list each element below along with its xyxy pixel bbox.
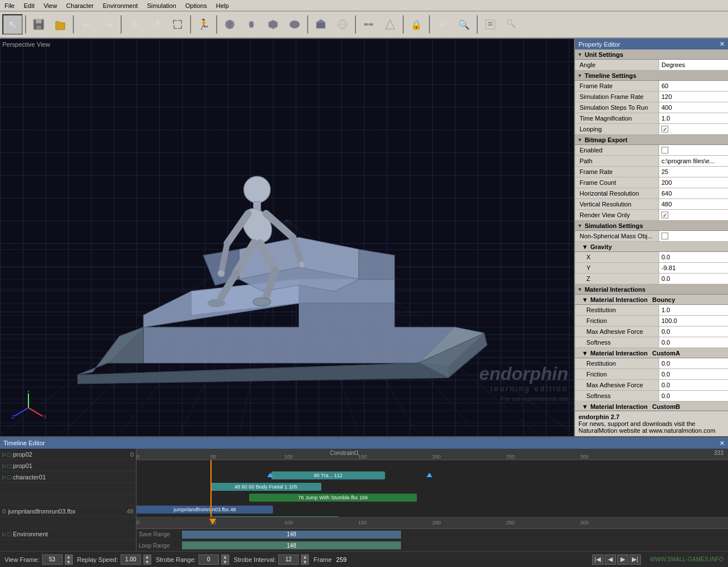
render-view-value[interactable]	[659, 210, 728, 220]
tool-convex[interactable]	[284, 14, 305, 35]
bitmap-path-value[interactable]: c:\program files\e...	[659, 156, 728, 166]
time-mag-value[interactable]: 1.0	[659, 113, 728, 123]
tool-char[interactable]: 🏃	[193, 14, 214, 35]
bitmap-enabled-value[interactable]	[659, 145, 728, 155]
tool-joint2[interactable]	[380, 14, 400, 35]
strobe-interval-spin[interactable]: ▲▼	[301, 554, 309, 565]
property-panel-close[interactable]: ✕	[719, 40, 725, 48]
tl-bar-constraint7[interactable]: 48 Constraint7 117	[210, 516, 338, 517]
unit-settings-section[interactable]: ▼ Unit Settings	[575, 49, 728, 60]
track-env-expand[interactable]: ▷	[2, 531, 6, 537]
track-character01[interactable]: ▷ □ character01	[0, 471, 136, 483]
timeline-settings-collapse[interactable]: ▼	[577, 73, 582, 78]
tool-sphere[interactable]	[220, 14, 240, 35]
track-prop02-expand[interactable]: ▷	[2, 452, 6, 457]
material-customb-collapse[interactable]: ▼	[582, 403, 588, 410]
looping-checkbox[interactable]	[661, 126, 668, 133]
tool-extra1[interactable]	[480, 14, 500, 35]
tl-bar-jump-stumble[interactable]: 76 Jump With Stumble.fbx 166	[249, 494, 417, 502]
tool-capsule[interactable]	[241, 14, 262, 35]
h-res-value[interactable]: 640	[659, 188, 728, 198]
menu-simulation[interactable]: Simulation	[142, 1, 180, 10]
tl-bar-fbx[interactable]: jumpnlandfromrun03.fbx 48	[136, 506, 273, 514]
tl-bar-tra[interactable]: 90 Tra... 112	[271, 471, 385, 479]
sim-frame-rate-value[interactable]: 120	[659, 92, 728, 102]
material-interactions-section[interactable]: ▼ Material Interactions	[575, 284, 728, 295]
tool-globe[interactable]	[332, 14, 353, 35]
timeline-settings-section[interactable]: ▼ Timeline Settings	[575, 71, 728, 81]
non-spherical-value[interactable]	[659, 231, 728, 241]
v-res-value[interactable]: 480	[659, 199, 728, 209]
sim-steps-value[interactable]: 400	[659, 102, 728, 113]
track-prop01[interactable]: ▷ □ prop01	[0, 460, 136, 471]
track-environment[interactable]: ▷ □ Environment	[0, 528, 136, 540]
playhead[interactable]	[210, 460, 212, 517]
view-frame-spin[interactable]: ▲▼	[65, 554, 73, 565]
btn-step-fwd[interactable]: ▶|	[630, 554, 641, 565]
bouncy-softness-value[interactable]: 0.0	[659, 337, 728, 347]
tool-constraint[interactable]	[358, 14, 379, 35]
tl-bar-body-foetal[interactable]: 48 60 60 Body Foetal 1 105	[210, 483, 321, 491]
property-scroll[interactable]: ▼ Unit Settings Angle Degrees ▼ Timeline…	[575, 49, 728, 411]
bitmap-frame-rate-value[interactable]: 25	[659, 167, 728, 177]
material-bouncy-collapse[interactable]: ▼	[582, 296, 588, 303]
material-interactions-collapse[interactable]: ▼	[577, 287, 582, 292]
unit-settings-collapse[interactable]: ▼	[577, 52, 582, 57]
material-customa-collapse[interactable]: ▼	[582, 350, 588, 357]
looping-value[interactable]	[659, 124, 728, 134]
bitmap-export-section[interactable]: ▼ Bitmap Export	[575, 135, 728, 145]
track-prop02[interactable]: ▷ □ prop02 0	[0, 449, 136, 460]
replay-speed-input[interactable]	[121, 554, 141, 565]
bitmap-enabled-checkbox[interactable]	[661, 147, 668, 154]
customa-friction-value[interactable]: 0.0	[659, 369, 728, 379]
bouncy-restitution-value[interactable]: 1.0	[659, 305, 728, 315]
timeline-content[interactable]: 90 Tra... 112 48 60 60 Body Foetal 1 105…	[136, 460, 728, 517]
track-fbx[interactable]: 0 jumpnlandfromrun03.fbx 48	[0, 506, 136, 517]
customa-restitution-value[interactable]: 0.0	[659, 358, 728, 369]
tool-pencil[interactable]: ✏	[432, 14, 453, 35]
gravity-z-value[interactable]: 0.0	[659, 274, 728, 284]
menu-edit[interactable]: Edit	[19, 1, 39, 10]
menu-character[interactable]: Character	[61, 1, 98, 10]
tool-translate[interactable]: ✛	[124, 14, 144, 35]
tool-box-mesh[interactable]	[311, 14, 331, 35]
tool-scale[interactable]	[167, 14, 188, 35]
material-customa-section[interactable]: ▼ Material Interaction CustomA	[575, 348, 728, 358]
track-prop01-expand[interactable]: ▷	[2, 463, 6, 469]
viewport[interactable]: Perspective View	[0, 39, 574, 436]
tool-extra2[interactable]	[502, 14, 522, 35]
replay-speed-spin[interactable]: ▲▼	[143, 554, 151, 565]
gravity-x-value[interactable]: 0.0	[659, 252, 728, 262]
gravity-section[interactable]: ▼ Gravity	[575, 242, 728, 252]
tool-select[interactable]: ↖	[2, 14, 23, 35]
non-spherical-checkbox[interactable]	[661, 233, 668, 239]
simulation-settings-section[interactable]: ▼ Simulation Settings	[575, 221, 728, 231]
tool-search[interactable]: 🔍	[454, 14, 474, 35]
tool-box-collider[interactable]	[263, 14, 283, 35]
frame-rate-value[interactable]: 60	[659, 81, 728, 91]
strobe-range-spin[interactable]: ▲▼	[221, 554, 229, 565]
bouncy-friction-value[interactable]: 100.0	[659, 316, 728, 326]
tool-save[interactable]	[28, 14, 49, 35]
btn-step-back[interactable]: ◀	[605, 554, 616, 565]
loop-range-bar[interactable]: 148	[182, 541, 401, 549]
gravity-y-value[interactable]: -9.81	[659, 263, 728, 273]
tool-lock[interactable]: 🔒	[406, 14, 427, 35]
menu-environment[interactable]: Environment	[98, 1, 143, 10]
customa-adhesive-value[interactable]: 0.0	[659, 380, 728, 390]
menu-view[interactable]: View	[39, 1, 62, 10]
gravity-collapse[interactable]: ▼	[582, 243, 588, 250]
menu-options[interactable]: Options	[181, 1, 212, 10]
menu-help[interactable]: Help	[212, 1, 234, 10]
btn-goto-start[interactable]: |◀	[592, 554, 603, 565]
sim-settings-collapse[interactable]: ▼	[577, 223, 582, 229]
bitmap-export-collapse[interactable]: ▼	[577, 137, 582, 143]
timeline-close[interactable]: ✕	[719, 440, 725, 447]
tool-rotate[interactable]: ↺	[146, 14, 166, 35]
customa-softness-value[interactable]: 0.0	[659, 391, 728, 401]
tool-open[interactable]	[50, 14, 71, 35]
tool-redo[interactable]: ↪	[98, 14, 118, 35]
strobe-interval-input[interactable]	[278, 554, 299, 565]
btn-play[interactable]: ▶	[617, 554, 628, 565]
strobe-range-input[interactable]	[198, 554, 219, 565]
